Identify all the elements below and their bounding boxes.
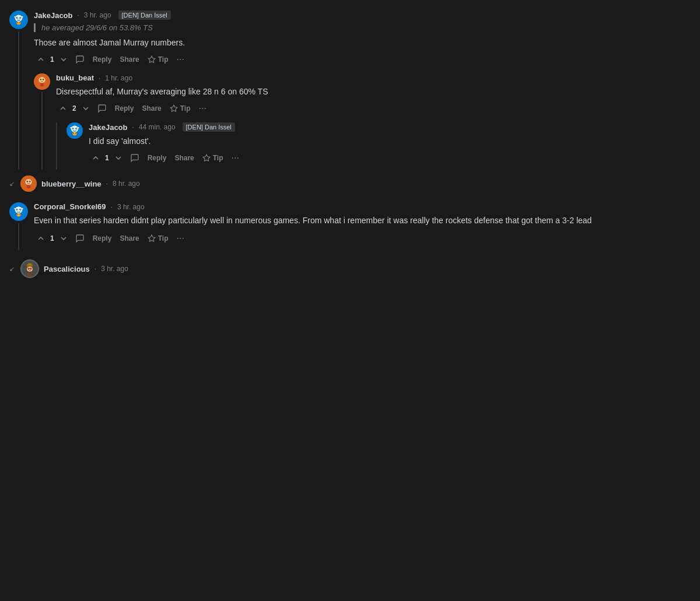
collapse-icon-pascal: ↙ — [9, 265, 15, 273]
username-snorkel: Corporal_Snorkel69 — [34, 202, 106, 211]
avatar-blueberry — [20, 175, 37, 192]
snorkel-left — [9, 202, 28, 250]
snorkel-content: Corporal_Snorkel69 · 3 hr. ago Even in t… — [34, 202, 691, 250]
tip-btn-c1[interactable]: Tip — [144, 53, 172, 66]
svg-point-32 — [27, 181, 29, 182]
svg-point-10 — [19, 22, 20, 23]
tip-btn-jake2[interactable]: Tip — [199, 152, 227, 164]
downvote-btn[interactable] — [57, 52, 71, 66]
comment-body-buku: Disrespectful af, Murray's averaging lik… — [56, 86, 691, 98]
avatar-pascalicious — [20, 259, 39, 278]
svg-point-16 — [40, 83, 44, 87]
svg-point-53 — [30, 268, 32, 269]
separator: · — [78, 11, 79, 19]
comment-actions-buku: 2 Reply Share Tip ··· — [56, 101, 691, 115]
svg-point-27 — [73, 133, 74, 134]
comment-btn[interactable] — [72, 52, 88, 66]
comment-block-snorkel: Corporal_Snorkel69 · 3 hr. ago Even in t… — [0, 198, 700, 255]
svg-point-23 — [76, 128, 76, 128]
timestamp-jakejacob: 3 hr. ago — [84, 11, 111, 19]
avatar-jakejacob — [9, 10, 28, 29]
svg-point-56 — [27, 272, 33, 276]
reply-btn-snorkel[interactable]: Reply — [89, 232, 116, 245]
svg-point-14 — [40, 79, 42, 80]
svg-point-34 — [27, 185, 31, 189]
avatar-jakejacob-2 — [66, 122, 83, 139]
nested2-left — [66, 122, 83, 170]
more-btn-buku[interactable]: ··· — [195, 101, 210, 115]
username-blueberry: blueberry__wine — [41, 180, 102, 188]
comment-body-jakejacob: Those are almost Jamal Murray numbers. — [34, 37, 691, 49]
upvote-btn-snorkel[interactable] — [34, 231, 48, 245]
comment-actions-snorkel: 1 Reply Share Tip ··· — [34, 231, 691, 245]
nested-comment-buku: buku_beat · 1 hr. ago Disrespectful af, … — [34, 73, 691, 170]
username-jakejacob: JakeJacob — [34, 11, 73, 20]
share-btn-snorkel[interactable]: Share — [116, 232, 142, 245]
share-btn-buku[interactable]: Share — [138, 102, 164, 115]
thread-line[interactable] — [18, 31, 19, 170]
partial-blueberry: ↙ blueberry__wine · 8 hr. ago — [0, 170, 700, 198]
blockquote: he averaged 29/6/6 on 53.8% TS — [34, 23, 691, 32]
more-btn-jake2[interactable]: ··· — [228, 151, 243, 165]
vote-count-jake2: 1 — [104, 154, 110, 162]
jake2-header: JakeJacob · 44 min. ago [DEN] Dan Issel — [89, 122, 691, 132]
svg-point-52 — [28, 268, 29, 269]
upvote-btn-buku[interactable] — [56, 101, 70, 115]
snorkel-thread-line[interactable] — [18, 223, 19, 250]
nested-comment-jakejacob-2: JakeJacob · 44 min. ago [DEN] Dan Issel … — [56, 122, 691, 170]
comment-icon-buku[interactable] — [94, 101, 110, 115]
comment-body-jake2: I did say 'almost'. — [89, 135, 691, 147]
comment-thread-container: JakeJacob · 3 hr. ago [DEN] Dan Issel he… — [0, 6, 700, 283]
svg-point-22 — [73, 128, 74, 128]
nested-left-col — [34, 73, 50, 170]
partial-pascalicious: ↙ Pascalicious · 3 hr. — [0, 255, 700, 283]
snorkel-header: Corporal_Snorkel69 · 3 hr. ago — [34, 202, 691, 211]
timestamp-blueberry: 8 hr. ago — [113, 180, 140, 188]
downvote-btn-jake2[interactable] — [111, 151, 125, 165]
svg-marker-17 — [170, 105, 177, 111]
tip-btn-buku[interactable]: Tip — [166, 102, 194, 115]
reply-btn-jake2[interactable]: Reply — [144, 152, 170, 164]
more-btn-c1[interactable]: ··· — [173, 52, 188, 66]
more-btn-snorkel[interactable]: ··· — [173, 231, 188, 245]
svg-point-4 — [17, 17, 18, 17]
collapse-icon-blueberry: ↙ — [9, 180, 15, 188]
svg-point-15 — [43, 79, 44, 80]
downvote-btn-snorkel[interactable] — [57, 231, 71, 245]
svg-point-39 — [17, 209, 18, 209]
timestamp-snorkel: 3 hr. ago — [117, 203, 145, 211]
vote-count-buku: 2 — [71, 104, 78, 113]
svg-point-44 — [17, 214, 18, 215]
comment-block-jakejacob: JakeJacob · 3 hr. ago [DEN] Dan Issel he… — [0, 6, 700, 170]
username-buku: buku_beat — [56, 73, 94, 82]
share-btn-jake2[interactable]: Share — [171, 152, 197, 164]
svg-point-50 — [28, 263, 32, 266]
nested-content-buku: buku_beat · 1 hr. ago Disrespectful af, … — [56, 73, 691, 170]
comment-icon-snorkel[interactable] — [72, 231, 88, 245]
timestamp-buku: 1 hr. ago — [105, 74, 132, 82]
comment-body-snorkel: Even in that series harden didnt play pa… — [34, 215, 691, 227]
timestamp-jake2: 44 min. ago — [139, 123, 176, 131]
comment-left-col — [9, 10, 28, 170]
svg-point-40 — [20, 209, 20, 209]
vote-count: 1 — [49, 55, 55, 64]
nested-thread-line[interactable] — [41, 92, 43, 170]
downvote-btn-buku[interactable] — [79, 101, 93, 115]
comment-icon-jake2[interactable] — [127, 151, 143, 165]
avatar-buku — [34, 73, 50, 90]
nested2-content-jake: JakeJacob · 44 min. ago [DEN] Dan Issel … — [89, 122, 691, 170]
flair-jakejacob: [DEN] Dan Issel — [118, 10, 171, 20]
tip-btn-snorkel[interactable]: Tip — [144, 232, 172, 245]
svg-marker-11 — [148, 56, 155, 62]
reply-btn-c1[interactable]: Reply — [89, 53, 116, 66]
svg-point-33 — [29, 181, 31, 182]
svg-point-45 — [19, 214, 20, 215]
upvote-btn[interactable] — [34, 52, 48, 66]
upvote-btn-jake2[interactable] — [89, 151, 103, 165]
svg-marker-29 — [203, 154, 210, 161]
share-btn-c1[interactable]: Share — [116, 53, 142, 66]
reply-btn-buku[interactable]: Reply — [111, 102, 138, 115]
svg-point-5 — [20, 17, 20, 17]
avatar-snorkel — [9, 202, 28, 221]
comment-header: JakeJacob · 3 hr. ago [DEN] Dan Issel — [34, 10, 691, 20]
